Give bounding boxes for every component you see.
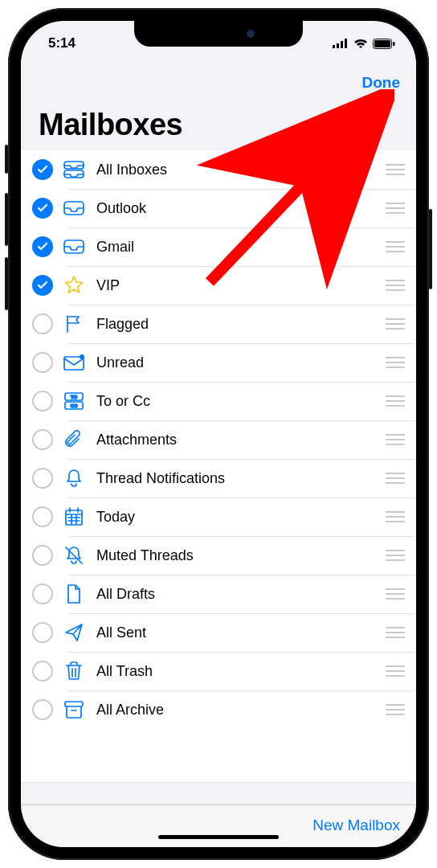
svg-line-25: [66, 547, 82, 563]
mailbox-label: Gmail: [96, 239, 386, 256]
wifi-icon: [353, 39, 368, 49]
reorder-handle-icon[interactable]: [386, 201, 405, 215]
reorder-handle-icon[interactable]: [386, 355, 405, 370]
checkbox[interactable]: [32, 159, 53, 180]
reorder-handle-icon[interactable]: [386, 162, 405, 177]
mailbox-row-attachments[interactable]: Attachments: [21, 420, 416, 459]
mailbox-label: All Trash: [96, 663, 386, 680]
mailbox-row-all-trash[interactable]: All Trash: [21, 652, 416, 690]
svg-point-12: [80, 354, 84, 359]
screen: 5:14 Done Mailboxes All InboxesOutlookGm…: [21, 21, 416, 847]
paperplane-icon: [61, 620, 87, 645]
checkbox[interactable]: [32, 545, 53, 566]
checkbox[interactable]: [32, 352, 53, 373]
clock: 5:14: [48, 35, 76, 51]
archivebox-icon: [61, 697, 87, 723]
svg-rect-0: [333, 45, 335, 48]
reorder-handle-icon[interactable]: [386, 240, 405, 254]
checkbox[interactable]: [32, 429, 53, 450]
mailbox-row-thread-notifications[interactable]: Thread Notifications: [21, 459, 416, 497]
inbox-icon: [61, 234, 87, 260]
mailbox-label: Unread: [96, 354, 386, 371]
svg-rect-26: [65, 702, 83, 706]
calendar-icon: [61, 504, 87, 530]
mailbox-row-flagged[interactable]: Flagged: [21, 305, 416, 343]
cellular-icon: [333, 39, 349, 48]
mailbox-label: Thread Notifications: [96, 470, 386, 487]
checkbox[interactable]: [32, 506, 53, 527]
paperclip-icon: [61, 427, 87, 452]
mailbox-row-muted[interactable]: Muted Threads: [21, 536, 416, 575]
reorder-handle-icon[interactable]: [386, 471, 405, 485]
svg-rect-1: [337, 43, 339, 48]
mailbox-row-today[interactable]: Today: [21, 497, 416, 536]
reorder-handle-icon[interactable]: [386, 317, 405, 331]
mailbox-label: All Sent: [96, 624, 386, 641]
mailbox-label: Outlook: [96, 200, 386, 217]
mailbox-list[interactable]: All InboxesOutlookGmailVIPFlaggedUnreadT…: [21, 150, 416, 782]
reorder-handle-icon[interactable]: [386, 625, 405, 640]
side-button: [5, 193, 8, 246]
mailbox-row-all-drafts[interactable]: All Drafts: [21, 575, 416, 613]
svg-rect-2: [341, 41, 343, 48]
svg-rect-3: [345, 39, 347, 48]
mailbox-row-all-archive[interactable]: All Archive: [21, 690, 416, 729]
inbox-icon: [61, 195, 87, 221]
reorder-handle-icon[interactable]: [386, 548, 405, 563]
checkbox[interactable]: [32, 622, 53, 643]
side-button: [5, 145, 8, 174]
flag-icon: [61, 311, 87, 337]
notch: [134, 21, 303, 47]
checkbox[interactable]: [32, 198, 53, 219]
nav-bar: Done: [21, 61, 416, 101]
reorder-handle-icon[interactable]: [386, 394, 405, 408]
checkbox[interactable]: [32, 583, 53, 604]
battery-icon: [373, 39, 395, 49]
all-inboxes-icon: [61, 157, 87, 182]
reorder-handle-icon[interactable]: [386, 510, 405, 524]
status-right: [333, 39, 395, 49]
checkbox[interactable]: [32, 236, 53, 257]
reorder-handle-icon[interactable]: [386, 664, 405, 678]
mailbox-row-unread[interactable]: Unread: [21, 343, 416, 382]
new-mailbox-button[interactable]: New Mailbox: [312, 817, 400, 833]
done-button[interactable]: Done: [362, 74, 401, 92]
page-title: Mailboxes: [39, 108, 400, 142]
doc-icon: [61, 581, 87, 607]
reorder-handle-icon[interactable]: [386, 702, 405, 717]
mailbox-row-to-cc[interactable]: TOCCTo or Cc: [21, 382, 416, 420]
mailbox-label: All Inboxes: [96, 162, 386, 178]
mailbox-label: Flagged: [96, 316, 386, 333]
checkbox[interactable]: [32, 468, 53, 489]
checkbox[interactable]: [32, 275, 53, 296]
trash-icon: [61, 658, 87, 684]
bell-icon: [61, 465, 87, 491]
reorder-handle-icon[interactable]: [386, 278, 405, 293]
star-icon: [61, 272, 87, 298]
reorder-handle-icon[interactable]: [386, 432, 405, 447]
mailbox-label: All Archive: [96, 702, 386, 719]
mailbox-row-gmail[interactable]: Gmail: [21, 227, 416, 266]
checkbox[interactable]: [32, 313, 53, 334]
checkbox[interactable]: [32, 699, 53, 720]
mailbox-row-outlook[interactable]: Outlook: [21, 189, 416, 227]
mailbox-label: Attachments: [96, 432, 386, 448]
unread-icon: [61, 350, 87, 375]
mailbox-label: Muted Threads: [96, 547, 386, 564]
mailbox-label: VIP: [96, 277, 386, 294]
bell-slash-icon: [61, 542, 87, 568]
mailbox-label: Today: [96, 509, 386, 526]
to-cc-icon: TOCC: [61, 388, 87, 414]
home-indicator[interactable]: [158, 835, 279, 839]
reorder-handle-icon[interactable]: [386, 587, 405, 601]
toolbar: New Mailbox: [21, 805, 416, 847]
mailbox-row-all-sent[interactable]: All Sent: [21, 613, 416, 652]
mailbox-row-all-inboxes[interactable]: All Inboxes: [21, 150, 416, 189]
phone-frame: 5:14 Done Mailboxes All InboxesOutlookGm…: [8, 8, 429, 860]
list-separator: [21, 782, 416, 805]
checkbox[interactable]: [32, 391, 53, 411]
mailbox-label: To or Cc: [96, 393, 386, 410]
checkbox[interactable]: [32, 661, 53, 682]
mailbox-row-vip[interactable]: VIP: [21, 266, 416, 305]
title-area: Mailboxes: [21, 101, 416, 150]
